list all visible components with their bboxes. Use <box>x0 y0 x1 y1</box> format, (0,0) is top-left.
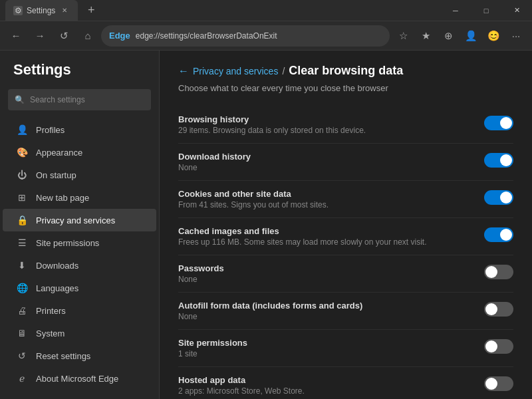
sidebar-label-printers: Printers <box>36 306 66 316</box>
sidebar-label-privacy-services: Privacy and services <box>36 215 115 225</box>
sidebar-label-on-startup: On startup <box>36 170 76 180</box>
toolbar: ← → ↺ ⌂ Edge edge://settings/clearBrowse… <box>0 21 532 51</box>
toggle-info-download-history: Download historyNone <box>178 152 484 172</box>
toggle-thumb-cookies-site-data <box>500 192 512 203</box>
sidebar-item-system[interactable]: 🖥System <box>3 322 156 344</box>
browser-essentials-icon[interactable]: ⊕ <box>438 25 459 47</box>
toggle-switch-hosted-app-data[interactable] <box>484 376 513 391</box>
collections-icon[interactable]: ★ <box>415 25 436 47</box>
sidebar-item-printers[interactable]: 🖨Printers <box>3 299 156 322</box>
emoji-icon[interactable]: 😊 <box>483 25 504 47</box>
sidebar-item-site-permissions[interactable]: ☰Site permissions <box>3 231 156 254</box>
sidebar-icon-downloads: ⬇ <box>16 259 28 271</box>
sidebar-label-site-permissions: Site permissions <box>36 238 99 248</box>
edge-icon: Edge <box>109 31 130 41</box>
toggle-info-autofill-form-data: Autofill form data (includes forms and c… <box>178 301 484 321</box>
breadcrumb-back-button[interactable]: ← <box>178 65 189 77</box>
window-controls: ─ □ ✕ <box>440 0 532 21</box>
tab-close-button[interactable]: ✕ <box>59 5 70 16</box>
search-placeholder: Search settings <box>30 95 85 104</box>
settings-tab-label: Settings <box>27 6 55 15</box>
home-button[interactable]: ⌂ <box>77 25 98 47</box>
sidebar-icon-on-startup: ⏻ <box>16 169 28 181</box>
settings-tab[interactable]: ⚙ Settings ✕ <box>5 0 78 21</box>
forward-button[interactable]: → <box>29 25 51 47</box>
sidebar-label-about-edge: About Microsoft Edge <box>36 374 118 384</box>
toggle-label-browsing-history: Browsing history <box>178 114 473 124</box>
search-settings-box[interactable]: 🔍 Search settings <box>8 89 151 110</box>
toggle-item-browsing-history: Browsing history29 items. Browsing data … <box>178 106 513 144</box>
back-button[interactable]: ← <box>5 25 27 47</box>
breadcrumb-link[interactable]: Privacy and services <box>193 66 278 76</box>
new-tab-button[interactable]: + <box>82 1 100 20</box>
toggle-item-cookies-site-data: Cookies and other site dataFrom 41 sites… <box>178 181 513 218</box>
toggle-sublabel-browsing-history: 29 items. Browsing data is only stored o… <box>178 126 473 135</box>
title-bar-left: ⚙ Settings ✕ + <box>5 0 100 21</box>
sidebar-icon-printers: 🖨 <box>16 305 28 317</box>
toggle-thumb-cached-images <box>500 229 512 241</box>
sidebar: Settings 🔍 Search settings 👤Profiles🎨App… <box>0 51 160 399</box>
favorites-icon[interactable]: ☆ <box>392 25 414 47</box>
toggle-switch-cached-images[interactable] <box>484 227 513 242</box>
sidebar-icon-site-permissions: ☰ <box>16 237 28 249</box>
sidebar-label-languages: Languages <box>36 283 78 293</box>
sidebar-item-new-tab-page[interactable]: ⊞New tab page <box>3 186 156 209</box>
sidebar-icon-about-edge: ℯ <box>16 372 28 384</box>
toggle-sublabel-cached-images: Frees up 116 MB. Some sites may load mor… <box>178 237 473 247</box>
sidebar-label-profiles: Profiles <box>36 125 65 135</box>
sidebar-icon-system: 🖥 <box>16 327 28 339</box>
sidebar-item-privacy-services[interactable]: 🔒Privacy and services <box>3 209 156 231</box>
sidebar-item-about-edge[interactable]: ℯAbout Microsoft Edge <box>3 367 156 390</box>
sidebar-item-downloads[interactable]: ⬇Downloads <box>3 254 156 277</box>
toggle-switch-cookies-site-data[interactable] <box>484 190 513 205</box>
refresh-button[interactable]: ↺ <box>53 25 74 47</box>
toggle-thumb-autofill-form-data <box>485 303 497 315</box>
toggle-label-site-permissions: Site permissions <box>178 338 473 348</box>
toggle-label-passwords: Passwords <box>178 263 473 273</box>
main-layout: Settings 🔍 Search settings 👤Profiles🎨App… <box>0 51 532 399</box>
toggle-thumb-hosted-app-data <box>485 378 497 390</box>
toggle-switch-browsing-history[interactable] <box>484 116 513 130</box>
toggle-info-browsing-history: Browsing history29 items. Browsing data … <box>178 114 484 135</box>
sidebar-label-appearance: Appearance <box>36 148 82 158</box>
toggle-thumb-browsing-history <box>500 117 512 129</box>
toggle-sublabel-download-history: None <box>178 163 473 172</box>
close-button[interactable]: ✕ <box>501 0 532 21</box>
toggle-switch-download-history[interactable] <box>484 153 513 168</box>
breadcrumb-separator: / <box>282 66 285 76</box>
toggle-info-hosted-app-data: Hosted app data2 apps: Microsoft Store, … <box>178 375 484 396</box>
toggle-item-hosted-app-data: Hosted app data2 apps: Microsoft Store, … <box>178 367 513 399</box>
sidebar-label-system: System <box>36 329 65 338</box>
minimize-button[interactable]: ─ <box>440 0 471 21</box>
sidebar-icon-reset-settings: ↺ <box>16 350 28 362</box>
sidebar-nav: 👤Profiles🎨Appearance⏻On startup⊞New tab … <box>0 118 159 390</box>
toggle-switch-passwords[interactable] <box>484 265 513 279</box>
toggle-label-autofill-form-data: Autofill form data (includes forms and c… <box>178 301 473 311</box>
toggle-switch-autofill-form-data[interactable] <box>484 302 513 317</box>
url-display: edge://settings/clearBrowserDataOnExit <box>136 31 277 41</box>
address-bar[interactable]: Edge edge://settings/clearBrowserDataOnE… <box>101 25 390 47</box>
sidebar-item-profiles[interactable]: 👤Profiles <box>3 118 156 141</box>
page-title: Clear browsing data <box>289 64 403 78</box>
page-description: Choose what to clear every time you clos… <box>178 83 513 93</box>
profile-icon[interactable]: 👤 <box>460 25 481 47</box>
toggle-sublabel-autofill-form-data: None <box>178 312 473 321</box>
sidebar-item-languages[interactable]: 🌐Languages <box>3 277 156 299</box>
toggle-label-download-history: Download history <box>178 152 473 162</box>
sidebar-icon-new-tab-page: ⊞ <box>16 192 28 203</box>
settings-more-icon[interactable]: ··· <box>505 25 527 47</box>
maximize-button[interactable]: □ <box>471 0 501 21</box>
toggle-sublabel-hosted-app-data: 2 apps: Microsoft Store, Web Store. <box>178 386 473 396</box>
toggle-item-passwords: PasswordsNone <box>178 255 513 293</box>
sidebar-item-on-startup[interactable]: ⏻On startup <box>3 164 156 186</box>
search-icon: 🔍 <box>15 95 25 104</box>
sidebar-label-new-tab-page: New tab page <box>36 193 89 203</box>
toggle-switch-site-permissions[interactable] <box>484 339 513 354</box>
sidebar-item-reset-settings[interactable]: ↺Reset settings <box>3 344 156 367</box>
sidebar-item-appearance[interactable]: 🎨Appearance <box>3 141 156 164</box>
toggle-sublabel-site-permissions: 1 site <box>178 349 473 358</box>
content-area: ← Privacy and services / Clear browsing … <box>160 51 532 399</box>
toggle-info-cookies-site-data: Cookies and other site dataFrom 41 sites… <box>178 189 484 209</box>
toggle-item-download-history: Download historyNone <box>178 144 513 181</box>
sidebar-icon-privacy-services: 🔒 <box>16 214 28 226</box>
